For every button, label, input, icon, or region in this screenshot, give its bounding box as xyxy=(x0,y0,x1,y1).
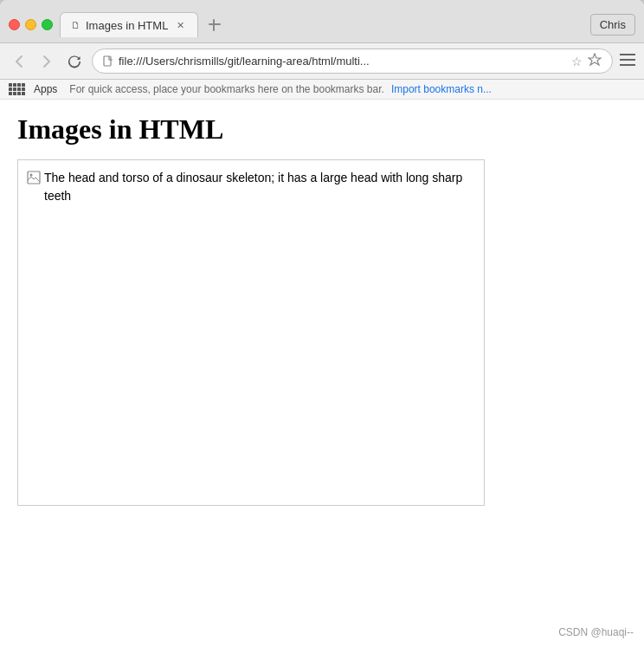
menu-icon[interactable] xyxy=(620,54,635,69)
minimize-traffic-light[interactable] xyxy=(25,19,36,30)
extension-icon[interactable] xyxy=(588,53,602,69)
tab-favicon-icon: 🗋 xyxy=(71,20,80,30)
maximize-traffic-light[interactable] xyxy=(42,19,53,30)
svg-rect-2 xyxy=(104,56,111,66)
tab-title: Images in HTML xyxy=(86,19,168,32)
close-traffic-light[interactable] xyxy=(9,19,20,30)
active-tab[interactable]: 🗋 Images in HTML ✕ xyxy=(60,12,198,37)
star-icon[interactable]: ☆ xyxy=(571,55,583,68)
reload-button[interactable] xyxy=(64,51,85,72)
tab-close-button[interactable]: ✕ xyxy=(173,18,187,32)
back-button[interactable] xyxy=(9,51,29,72)
page-heading: Images in HTML xyxy=(17,113,627,146)
svg-rect-1 xyxy=(209,23,221,25)
apps-label[interactable]: Apps xyxy=(34,83,57,95)
import-bookmarks-link[interactable]: Import bookmarks n... xyxy=(391,83,492,95)
bookmarks-bar: Apps For quick access, place your bookma… xyxy=(0,80,644,100)
image-container: The head and torso of a dinosaur skeleto… xyxy=(17,159,485,506)
apps-grid-icon xyxy=(9,83,25,95)
address-icons: ☆ xyxy=(571,53,602,69)
content-area: Images in HTML The head and torso of a d… xyxy=(0,100,644,647)
nav-bar: file:///Users/chrismills/git/learning-ar… xyxy=(0,43,644,80)
forward-button[interactable] xyxy=(36,51,57,72)
profile-button[interactable]: Chris xyxy=(590,14,635,36)
address-text: file:///Users/chrismills/git/learning-ar… xyxy=(119,55,566,68)
traffic-lights xyxy=(9,19,53,30)
file-icon xyxy=(103,55,113,68)
broken-image-icon xyxy=(27,171,41,184)
svg-rect-6 xyxy=(28,171,40,184)
title-bar: 🗋 Images in HTML ✕ Chris xyxy=(0,0,644,43)
image-alt-text: The head and torso of a dinosaur skeleto… xyxy=(44,169,475,205)
bookmarks-hint-text: For quick access, place your bookmarks h… xyxy=(69,83,384,95)
new-tab-button[interactable] xyxy=(202,13,228,37)
tabs-area: 🗋 Images in HTML ✕ xyxy=(60,12,583,37)
address-bar[interactable]: file:///Users/chrismills/git/learning-ar… xyxy=(92,49,613,74)
svg-point-7 xyxy=(30,174,33,177)
watermark: CSDN @huaqi-- xyxy=(558,626,634,638)
